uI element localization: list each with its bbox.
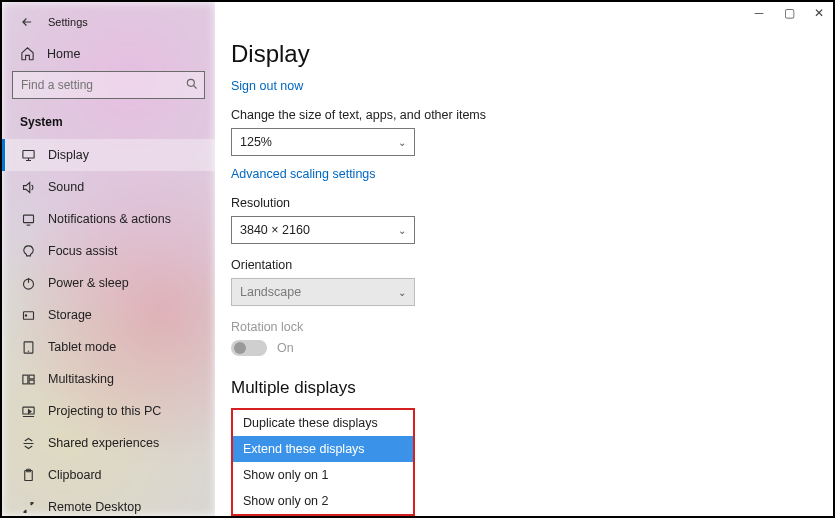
rotation-lock-label: Rotation lock — [231, 320, 817, 334]
sidebar-item-notifications-actions[interactable]: Notifications & actions — [2, 203, 215, 235]
minimize-button[interactable]: ─ — [753, 6, 765, 20]
multiple-displays-header: Multiple displays — [231, 378, 817, 398]
app-title: Settings — [48, 16, 88, 28]
scale-label: Change the size of text, apps, and other… — [231, 108, 817, 122]
main-content: Display Sign out now Change the size of … — [215, 2, 833, 516]
rotation-lock-state: On — [277, 341, 294, 355]
sign-out-link[interactable]: Sign out now — [231, 79, 303, 93]
resolution-label: Resolution — [231, 196, 817, 210]
maximize-button[interactable]: ▢ — [783, 6, 795, 20]
clipboard-icon — [20, 467, 36, 483]
rotation-lock-toggle — [231, 340, 267, 356]
sidebar-item-shared-experiences[interactable]: Shared experiences — [2, 427, 215, 459]
sidebar-item-power-sleep[interactable]: Power & sleep — [2, 267, 215, 299]
sidebar-item-label: Shared experiences — [48, 436, 159, 450]
sidebar-item-remote-desktop[interactable]: Remote Desktop — [2, 491, 215, 516]
orientation-select: Landscape ⌄ — [231, 278, 415, 306]
chevron-down-icon: ⌄ — [398, 225, 406, 236]
sound-icon — [20, 179, 36, 195]
sidebar-item-label: Focus assist — [48, 244, 117, 258]
multi-display-option[interactable]: Duplicate these displays — [233, 410, 413, 436]
projecting-icon — [20, 403, 36, 419]
sidebar-item-sound[interactable]: Sound — [2, 171, 215, 203]
sidebar-item-label: Projecting to this PC — [48, 404, 161, 418]
svg-rect-9 — [29, 380, 34, 384]
sidebar-item-projecting-to-this-pc[interactable]: Projecting to this PC — [2, 395, 215, 427]
sidebar-item-multitasking[interactable]: Multitasking — [2, 363, 215, 395]
sidebar-item-clipboard[interactable]: Clipboard — [2, 459, 215, 491]
sidebar-item-label: Tablet mode — [48, 340, 116, 354]
sidebar-item-label: Multitasking — [48, 372, 114, 386]
home-button[interactable]: Home — [2, 32, 215, 71]
home-icon — [20, 46, 35, 61]
svg-point-0 — [187, 79, 194, 86]
multitasking-icon — [20, 371, 36, 387]
svg-point-5 — [25, 314, 26, 315]
svg-rect-1 — [22, 150, 33, 158]
sidebar-item-focus-assist[interactable]: Focus assist — [2, 235, 215, 267]
search-icon — [185, 77, 199, 91]
display-icon — [20, 147, 36, 163]
remote-desktop-icon — [20, 499, 36, 515]
orientation-value: Landscape — [240, 285, 301, 299]
sidebar-item-label: Notifications & actions — [48, 212, 171, 226]
advanced-scaling-link[interactable]: Advanced scaling settings — [231, 167, 376, 181]
multiple-displays-dropdown[interactable]: Duplicate these displaysExtend these dis… — [231, 408, 415, 516]
svg-rect-7 — [22, 375, 27, 384]
scale-select[interactable]: 125% ⌄ — [231, 128, 415, 156]
notifications-icon — [20, 211, 36, 227]
page-title: Display — [231, 40, 817, 68]
search-input[interactable] — [12, 71, 205, 99]
multi-display-option[interactable]: Show only on 2 — [233, 488, 413, 514]
sidebar-item-label: Storage — [48, 308, 92, 322]
home-label: Home — [47, 47, 80, 61]
focus-assist-icon — [20, 243, 36, 259]
resolution-select[interactable]: 3840 × 2160 ⌄ — [231, 216, 415, 244]
orientation-label: Orientation — [231, 258, 817, 272]
svg-rect-2 — [23, 215, 33, 223]
sidebar-item-display[interactable]: Display — [2, 139, 215, 171]
section-title: System — [2, 111, 215, 139]
multi-display-option[interactable]: Extend these displays — [233, 436, 413, 462]
sidebar-item-storage[interactable]: Storage — [2, 299, 215, 331]
sidebar: Settings Home System DisplaySoundNotific… — [2, 2, 215, 516]
sidebar-item-label: Sound — [48, 180, 84, 194]
sidebar-item-label: Display — [48, 148, 89, 162]
svg-rect-8 — [29, 375, 34, 379]
sidebar-item-label: Remote Desktop — [48, 500, 141, 514]
power-icon — [20, 275, 36, 291]
back-button[interactable] — [20, 15, 34, 29]
sidebar-item-label: Clipboard — [48, 468, 102, 482]
sidebar-item-tablet-mode[interactable]: Tablet mode — [2, 331, 215, 363]
shared-icon — [20, 435, 36, 451]
multi-display-option[interactable]: Show only on 1 — [233, 462, 413, 488]
storage-icon — [20, 307, 36, 323]
chevron-down-icon: ⌄ — [398, 287, 406, 298]
sidebar-item-label: Power & sleep — [48, 276, 129, 290]
close-button[interactable]: ✕ — [813, 6, 825, 20]
chevron-down-icon: ⌄ — [398, 137, 406, 148]
resolution-value: 3840 × 2160 — [240, 223, 310, 237]
tablet-icon — [20, 339, 36, 355]
scale-value: 125% — [240, 135, 272, 149]
